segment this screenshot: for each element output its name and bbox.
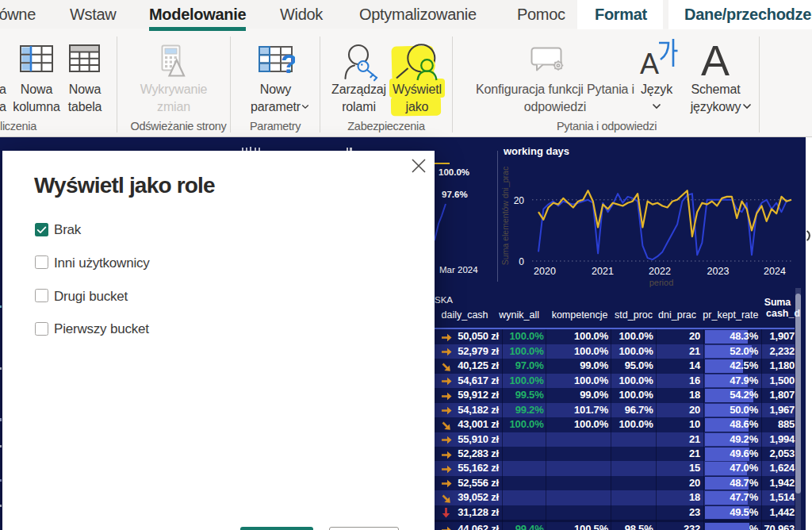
svg-text:working days: working days <box>503 145 569 157</box>
svg-text:0: 0 <box>519 256 524 267</box>
svg-text:2021: 2021 <box>592 266 614 277</box>
svg-text:2022: 2022 <box>649 266 671 277</box>
svg-text:2020: 2020 <box>534 266 556 277</box>
svg-text:2024: 2024 <box>764 266 786 277</box>
svg-text:20: 20 <box>514 195 525 206</box>
svg-text:A: A <box>701 40 730 78</box>
svg-text:A: A <box>640 48 659 76</box>
svg-text:2023: 2023 <box>707 266 730 277</box>
svg-text:Suma elementów dni_prac: Suma elementów dni_prac <box>500 167 510 265</box>
svg-text:period: period <box>649 278 674 287</box>
svg-text:?: ? <box>281 48 295 79</box>
